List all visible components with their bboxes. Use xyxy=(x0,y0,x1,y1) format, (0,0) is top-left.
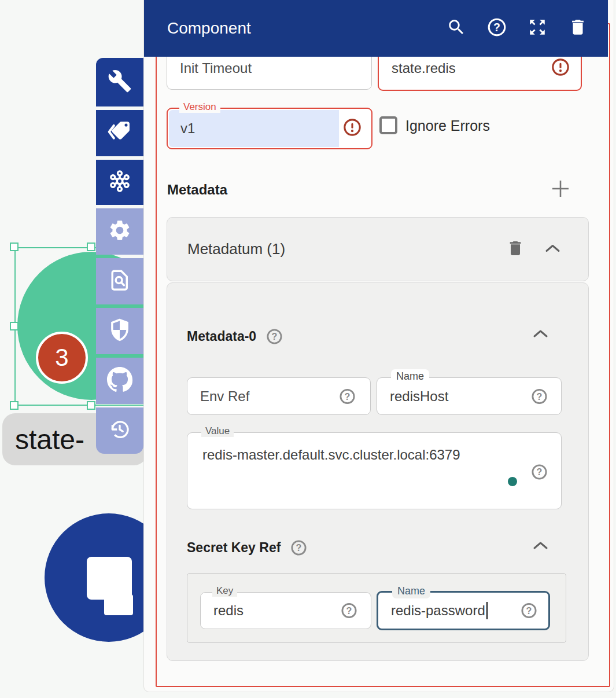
error-icon xyxy=(551,57,570,79)
settings-tool-button[interactable] xyxy=(96,208,143,255)
version-value: v1 xyxy=(180,109,195,148)
ignore-errors-checkbox[interactable] xyxy=(379,116,397,134)
fullscreen-icon xyxy=(528,17,547,39)
inspect-doc-tool-button[interactable] xyxy=(96,258,143,304)
metadata-name-field[interactable]: Name redisHost ? xyxy=(377,377,562,415)
metadata-section-title: Metadata xyxy=(167,182,227,198)
metadata-value-label: Value xyxy=(201,425,234,437)
resize-handle-top-left[interactable] xyxy=(10,243,19,251)
chevron-up-icon xyxy=(545,243,560,255)
secret-key-ref-title: Secret Key Ref xyxy=(187,540,281,556)
github-tool-button[interactable] xyxy=(96,358,143,404)
secret-key-field[interactable]: Key redis ? xyxy=(200,592,371,629)
plus-icon xyxy=(550,178,571,201)
secret-key-ref-title-row: Secret Key Ref ? xyxy=(187,539,308,557)
help-icon[interactable]: ? xyxy=(340,602,358,620)
wrench-icon xyxy=(108,69,132,95)
help-icon[interactable]: ? xyxy=(265,328,283,346)
panel-title: Component xyxy=(167,19,251,38)
version-field[interactable]: Version v1 xyxy=(167,108,372,149)
hub-tool-button[interactable] xyxy=(96,160,143,205)
metadatum-group-title: Metadatum (1) xyxy=(187,218,285,281)
error-count-badge: 3 xyxy=(36,332,88,384)
svg-text:?: ? xyxy=(345,391,351,401)
svg-text:?: ? xyxy=(526,605,532,616)
trash-icon xyxy=(506,239,525,260)
metadata-value-text: redis-master.default.svc.cluster.local:6… xyxy=(202,447,460,463)
component-detail-panel: Init Timeout state.redis Version v1 Igno… xyxy=(143,0,614,692)
help-icon[interactable]: ? xyxy=(530,387,548,405)
github-icon xyxy=(106,366,133,395)
text-cursor xyxy=(486,602,488,619)
resize-handle-bottom-left[interactable] xyxy=(10,401,19,410)
chevron-up-icon xyxy=(533,329,548,341)
env-ref-placeholder: Env Ref xyxy=(200,378,249,414)
secret-name-value: redis-password xyxy=(391,593,488,629)
trash-icon xyxy=(568,17,588,39)
metadatum-group-header[interactable]: Metadatum (1) xyxy=(167,217,589,281)
shield-icon xyxy=(108,318,132,344)
secret-key-value: redis xyxy=(213,593,244,629)
state-store-icon xyxy=(104,594,133,615)
panel-header: Component ? xyxy=(144,0,608,57)
resize-grip-dot[interactable] xyxy=(508,477,517,486)
resize-handle-mid-left[interactable] xyxy=(10,322,19,330)
chevron-up-icon xyxy=(533,541,548,553)
env-ref-field[interactable]: Env Ref ? xyxy=(187,377,371,415)
help-icon[interactable]: ? xyxy=(290,539,308,557)
svg-text:?: ? xyxy=(537,466,543,477)
error-icon xyxy=(342,117,362,139)
search-icon xyxy=(447,17,466,39)
delete-metadatum-button[interactable] xyxy=(506,239,525,260)
metadata-0-title-row: Metadata-0 ? xyxy=(187,328,283,346)
fullscreen-button[interactable] xyxy=(527,18,548,39)
history-icon xyxy=(108,417,132,444)
search-button[interactable] xyxy=(446,18,467,39)
svg-text:?: ? xyxy=(493,21,500,34)
help-icon[interactable]: ? xyxy=(338,387,356,405)
ignore-errors-label: Ignore Errors xyxy=(405,117,490,134)
resize-handle-top-mid[interactable] xyxy=(87,243,95,251)
wrench-tool-button[interactable] xyxy=(96,58,143,106)
state-store-icon xyxy=(87,557,132,600)
delete-component-button[interactable] xyxy=(567,18,588,39)
help-icon[interactable]: ? xyxy=(520,602,538,620)
shield-tool-button[interactable] xyxy=(96,308,143,354)
collapse-metadatum-button[interactable] xyxy=(545,243,560,255)
metadata-value-field[interactable]: Value redis-master.default.svc.cluster.l… xyxy=(187,432,562,509)
tags-tool-button[interactable] xyxy=(96,110,143,156)
secret-name-field[interactable]: Name redis-password ? xyxy=(377,591,550,630)
gear-icon xyxy=(108,218,132,245)
svg-text:?: ? xyxy=(346,605,352,616)
svg-text:?: ? xyxy=(296,542,302,553)
history-tool-button[interactable] xyxy=(96,407,143,454)
help-icon[interactable]: ? xyxy=(530,463,548,481)
tags-icon xyxy=(107,120,132,146)
collapse-secret-key-ref-button[interactable] xyxy=(532,541,548,552)
add-metadata-button[interactable] xyxy=(549,179,571,200)
svg-text:?: ? xyxy=(272,331,278,341)
collapse-metadata-0-button[interactable] xyxy=(532,329,548,340)
metadata-0-title: Metadata-0 xyxy=(187,329,256,344)
hub-icon xyxy=(107,168,132,196)
document-search-icon xyxy=(108,268,132,295)
metadata-name-value: redisHost xyxy=(390,378,448,414)
help-button[interactable]: ? xyxy=(486,18,507,39)
help-circle-icon: ? xyxy=(486,17,507,40)
svg-text:?: ? xyxy=(537,391,543,401)
resize-handle-bottom-mid[interactable] xyxy=(87,401,95,410)
